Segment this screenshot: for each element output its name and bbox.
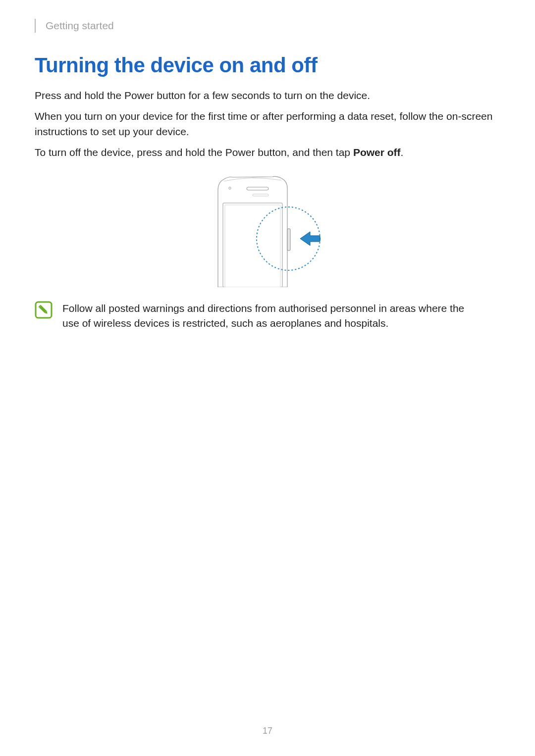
illustration-container <box>35 173 500 287</box>
section-label: Getting started <box>46 20 114 32</box>
note-pencil-icon <box>35 301 53 319</box>
document-page: Getting started Turning the device on an… <box>0 0 535 331</box>
svg-marker-7 <box>300 232 320 246</box>
header-divider <box>35 19 36 33</box>
svg-rect-5 <box>287 229 290 251</box>
page-number: 17 <box>0 726 535 736</box>
paragraph-3-post: . <box>401 147 404 158</box>
phone-power-button-illustration <box>203 173 332 287</box>
page-header: Getting started <box>35 19 500 33</box>
svg-rect-4 <box>225 205 280 287</box>
note-callout: Follow all posted warnings and direction… <box>35 301 500 331</box>
paragraph-2: When you turn on your device for the fir… <box>35 109 500 139</box>
paragraph-1: Press and hold the Power button for a fe… <box>35 88 500 103</box>
paragraph-3: To turn off the device, press and hold t… <box>35 145 500 160</box>
paragraph-3-pre: To turn off the device, press and hold t… <box>35 147 353 158</box>
note-icon <box>35 301 53 319</box>
paragraph-3-bold: Power off <box>353 147 401 158</box>
svg-rect-9 <box>39 305 47 313</box>
press-arrow-icon <box>300 232 320 246</box>
page-title: Turning the device on and off <box>35 53 500 77</box>
note-text: Follow all posted warnings and direction… <box>62 301 500 331</box>
